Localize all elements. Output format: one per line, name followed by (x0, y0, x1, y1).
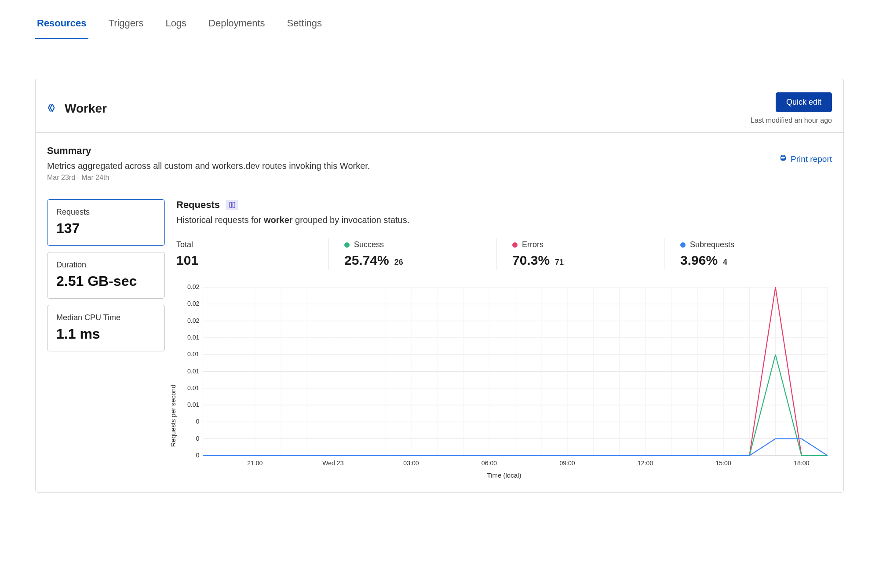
worker-title: Worker (65, 102, 107, 116)
metric-card-duration[interactable]: Duration 2.51 GB-sec (47, 252, 165, 299)
stat-label: Total (176, 240, 317, 249)
stat-subrequests: Subrequests 3.96% 4 (680, 238, 832, 270)
stat-value: 3.96% (680, 253, 718, 268)
svg-text:0.02: 0.02 (187, 317, 200, 324)
chart-x-axis-label: Time (local) (176, 471, 832, 479)
error-dot-icon (512, 242, 518, 248)
quick-edit-button[interactable]: Quick edit (776, 92, 832, 112)
metric-card-cpu-time[interactable]: Median CPU Time 1.1 ms (47, 305, 165, 351)
svg-text:0.02: 0.02 (187, 283, 200, 290)
svg-text:0.01: 0.01 (187, 351, 200, 358)
print-report-link[interactable]: Print report (779, 154, 832, 164)
svg-text:Wed 23: Wed 23 (322, 460, 343, 467)
last-modified-text: Last modified an hour ago (751, 117, 832, 124)
worker-icon (47, 102, 58, 115)
summary-description: Metrics aggregated across all custom and… (47, 161, 832, 171)
success-dot-icon (344, 242, 350, 248)
requests-heading: Requests (176, 199, 220, 211)
stat-value: 25.74% (344, 253, 389, 268)
stats-row: Total 101 Success 25.74% (176, 238, 832, 270)
tab-logs[interactable]: Logs (164, 10, 188, 39)
svg-text:18:00: 18:00 (794, 460, 809, 467)
tabs-nav: Resources Triggers Logs Deployments Sett… (35, 10, 844, 39)
svg-text:21:00: 21:00 (247, 460, 263, 467)
stat-success: Success 25.74% 26 (344, 238, 496, 270)
metric-card-value: 2.51 GB-sec (56, 273, 156, 289)
svg-text:03:00: 03:00 (403, 460, 419, 467)
requests-description: Historical requests for worker grouped b… (176, 215, 832, 225)
svg-text:0.01: 0.01 (187, 384, 200, 391)
card-header: Worker Quick edit Last modified an hour … (36, 79, 843, 133)
svg-text:0: 0 (196, 418, 200, 425)
tab-deployments[interactable]: Deployments (207, 10, 266, 39)
stat-label: Subrequests (690, 240, 734, 249)
worker-card: Worker Quick edit Last modified an hour … (35, 79, 844, 493)
stat-errors: Errors 70.3% 71 (512, 238, 664, 270)
svg-text:0.01: 0.01 (187, 401, 200, 408)
print-icon (779, 154, 787, 164)
tab-resources[interactable]: Resources (35, 10, 88, 39)
metric-card-value: 137 (56, 220, 156, 237)
stat-count: 4 (723, 258, 727, 267)
tab-settings[interactable]: Settings (285, 10, 324, 39)
stat-count: 71 (555, 258, 564, 267)
stat-count: 26 (394, 258, 403, 267)
tab-triggers[interactable]: Triggers (107, 10, 146, 39)
svg-text:0: 0 (196, 452, 200, 459)
metric-card-label: Duration (56, 260, 156, 270)
metric-card-label: Median CPU Time (56, 313, 156, 322)
stat-label: Success (354, 240, 384, 249)
svg-text:0.01: 0.01 (187, 368, 200, 375)
summary-date-range: Mar 23rd - Mar 24th (47, 174, 832, 182)
metric-card-requests[interactable]: Requests 137 (47, 199, 165, 246)
metric-card-label: Requests (56, 208, 156, 217)
stat-total: Total 101 (176, 238, 328, 270)
print-report-label: Print report (791, 154, 832, 164)
chart-y-axis-label: Requests per second (169, 385, 177, 447)
svg-text:12:00: 12:00 (638, 460, 653, 467)
svg-text:0.02: 0.02 (187, 300, 200, 307)
metric-card-list: Requests 137 Duration 2.51 GB-sec Median… (47, 199, 165, 479)
stat-value: 70.3% (512, 253, 550, 268)
docs-icon[interactable] (226, 200, 238, 210)
stat-label: Errors (522, 240, 543, 249)
summary-heading: Summary (47, 145, 832, 157)
chart-canvas: 0.020.020.020.010.010.010.010.0100021:00… (176, 283, 832, 469)
svg-text:06:00: 06:00 (481, 460, 497, 467)
svg-text:15:00: 15:00 (716, 460, 731, 467)
svg-text:0.01: 0.01 (187, 334, 200, 341)
stat-value: 101 (176, 253, 198, 268)
subrequest-dot-icon (680, 242, 686, 248)
requests-chart: Requests per second 0.020.020.020.010.01… (176, 283, 832, 479)
metric-card-value: 1.1 ms (56, 326, 156, 342)
svg-text:09:00: 09:00 (559, 460, 575, 467)
svg-text:0: 0 (196, 435, 200, 442)
